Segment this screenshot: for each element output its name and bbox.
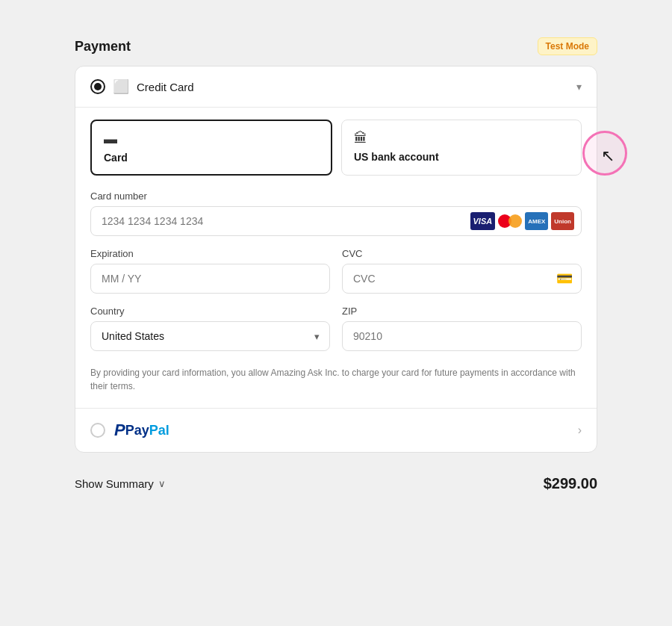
visa-logo: VISA: [470, 212, 496, 230]
card-number-field-group: Card number VISA AMEX Union: [90, 190, 582, 236]
page-container: Payment Test Mode ⬜ Credit Card ▾ ▬: [15, 15, 657, 626]
show-summary-button[interactable]: Show Summary ∨: [75, 477, 166, 490]
payment-tabs: ▬ Card 🏛 US bank account: [90, 120, 582, 176]
card-number-label: Card number: [90, 190, 582, 202]
amex-logo: AMEX: [525, 212, 548, 230]
mastercard-logo: [498, 213, 522, 229]
country-label: Country: [90, 306, 330, 317]
country-select-wrapper: United States Canada United Kingdom ▾: [90, 321, 330, 351]
paypal-radio[interactable]: [90, 423, 105, 438]
credit-card-row[interactable]: ⬜ Credit Card ▾: [75, 66, 597, 108]
test-mode-badge: Test Mode: [538, 37, 597, 55]
total-amount: $299.00: [544, 475, 597, 492]
zip-field-group: ZIP: [342, 306, 582, 351]
cvc-field-group: CVC 💳: [342, 248, 582, 294]
tab-bank[interactable]: 🏛 US bank account: [341, 120, 582, 176]
payment-methods-area: ▬ Card 🏛 US bank account Card number VIS…: [75, 108, 597, 409]
summary-bar: Show Summary ∨ $299.00: [75, 460, 597, 507]
zip-label: ZIP: [342, 306, 582, 317]
paypal-row[interactable]: P PayPal ›: [75, 409, 597, 452]
show-summary-label: Show Summary: [75, 477, 154, 490]
credit-card-left: ⬜ Credit Card: [90, 78, 194, 95]
cvc-input[interactable]: [342, 264, 582, 294]
unionpay-logo: Union: [551, 212, 574, 230]
cvc-label: CVC: [342, 248, 582, 259]
country-select[interactable]: United States Canada United Kingdom: [90, 321, 330, 351]
payment-header: Payment Test Mode: [75, 37, 597, 55]
payment-card: ⬜ Credit Card ▾ ▬ Card 🏛 US bank account: [75, 66, 597, 453]
show-summary-chevron-icon: ∨: [158, 478, 166, 489]
paypal-logo: P PayPal: [114, 421, 169, 440]
cvc-wrapper: 💳: [342, 264, 582, 294]
zip-input[interactable]: [342, 321, 582, 351]
disclaimer-text: By providing your card information, you …: [90, 366, 582, 393]
paypal-pay: Pay: [125, 423, 149, 438]
expiry-cvc-row: Expiration CVC 💳: [90, 248, 582, 306]
country-zip-row: Country United States Canada United King…: [90, 306, 582, 363]
card-logos: VISA AMEX Union: [470, 212, 574, 230]
credit-card-radio[interactable]: [90, 79, 105, 94]
paypal-pal: Pal: [149, 423, 169, 438]
cvc-card-icon: 💳: [556, 270, 573, 287]
bank-tab-icon: 🏛: [354, 131, 367, 146]
tab-card[interactable]: ▬ Card: [90, 120, 332, 176]
payment-section: Payment Test Mode ⬜ Credit Card ▾ ▬: [75, 37, 597, 507]
cursor-arrow-icon: ↖: [601, 146, 615, 166]
expiration-label: Expiration: [90, 248, 330, 259]
paypal-left: P PayPal: [90, 421, 169, 440]
paypal-p-icon: P: [114, 421, 125, 440]
paypal-chevron-icon: ›: [578, 424, 582, 437]
bank-tab-label: US bank account: [354, 151, 439, 163]
card-number-wrapper: VISA AMEX Union: [90, 206, 582, 236]
expiration-field-group: Expiration: [90, 248, 330, 294]
payment-title: Payment: [75, 39, 131, 55]
card-tab-icon: ▬: [104, 131, 117, 147]
credit-card-icon: ⬜: [113, 78, 129, 95]
card-tab-label: Card: [104, 152, 128, 164]
credit-card-label: Credit Card: [137, 81, 194, 93]
paypal-text: PayPal: [125, 423, 169, 438]
country-field-group: Country United States Canada United King…: [90, 306, 330, 351]
chevron-down-icon: ▾: [576, 81, 582, 93]
expiration-input[interactable]: [90, 264, 330, 294]
